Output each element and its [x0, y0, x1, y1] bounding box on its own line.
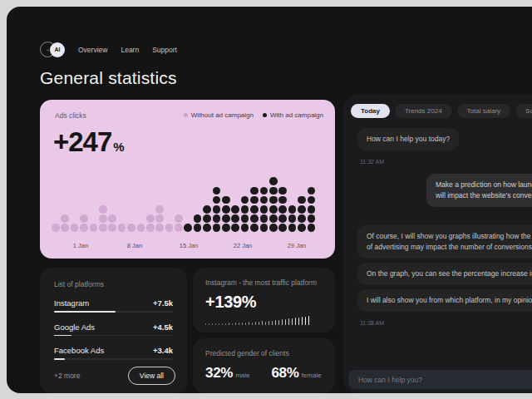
chart-dot: [269, 177, 278, 185]
dot-chart-column: [80, 214, 88, 232]
chart-dot: [155, 214, 164, 223]
gender-card-title: Predicted gender of clients: [205, 349, 323, 357]
chart-dot: [231, 205, 239, 214]
chart-dot: [99, 214, 107, 223]
ai-message-bubble: I will also show you from which platform…: [357, 289, 532, 312]
chart-dot: [137, 224, 145, 232]
gender-label: male: [235, 372, 249, 379]
nav-link-overview[interactable]: Overview: [78, 46, 107, 54]
chat-tab-trends-2024[interactable]: Trends 2024: [395, 104, 452, 118]
chart-dot: [231, 214, 239, 223]
nav-link-support[interactable]: Support: [152, 46, 177, 54]
sparkline-tick: [268, 321, 269, 325]
sparkline-tick: [245, 323, 246, 325]
gender-stat: 32% male: [205, 365, 249, 382]
sparkline-tick: [215, 323, 216, 325]
gender-value: 32%: [205, 365, 233, 382]
chart-dot: [127, 224, 135, 232]
platform-progress-bar: [54, 335, 173, 337]
sparkline-tick: [288, 318, 289, 325]
ads-card-title: Ads clicks: [55, 111, 86, 120]
app-logo[interactable]: - AI: [40, 42, 65, 57]
sparkline-tick: [222, 323, 223, 325]
platform-name: Facebook Ads: [54, 346, 104, 355]
message-line: On the graph, you can see the percentage…: [367, 268, 532, 279]
x-axis-label: 15 Jan: [180, 242, 199, 249]
chart-dot: [288, 205, 297, 214]
chart-dot: [108, 214, 116, 223]
chat-tab-total-salary[interactable]: Total salary: [457, 104, 510, 118]
chart-dot: [80, 214, 88, 223]
sparkline-tick: [212, 323, 213, 325]
sparkline-tick: [249, 322, 249, 325]
chat-tab-social-networks[interactable]: Social networks: [515, 104, 532, 118]
dot-chart-column: [118, 224, 126, 232]
sparkline-tick: [265, 322, 266, 325]
ads-clicks-card: Ads clicks Without ad campaignWith ad ca…: [40, 100, 335, 259]
chart-dot: [222, 196, 230, 204]
dot-chart-column: [213, 187, 221, 232]
dot-chart-column: [308, 187, 316, 232]
sparkline-tick: [262, 321, 263, 325]
chart-dot: [203, 214, 211, 223]
chart-dot: [184, 224, 192, 232]
sparkline-tick: [239, 323, 239, 325]
chart-dot: [241, 205, 249, 214]
app-window: - AI OverviewLearnSupport General statis…: [7, 7, 532, 393]
chart-dot: [298, 224, 306, 232]
chart-dot: [308, 205, 316, 214]
legend-item[interactable]: With ad campaign: [263, 111, 323, 119]
chart-dot: [194, 214, 202, 223]
chat-input-container: [348, 370, 532, 389]
more-platforms-link[interactable]: +2 more: [54, 372, 80, 380]
ai-chat-panel: TodayTrends 2024Total salarySocial netwo…: [343, 95, 532, 393]
legend-dot-icon: [263, 113, 267, 117]
message-line: Of course, I will show you graphs illust…: [367, 231, 532, 242]
chart-dot: [269, 214, 278, 223]
sparkline-tick: [242, 323, 243, 325]
sparkline-tick: [298, 318, 299, 325]
chart-dot: [278, 205, 287, 214]
chart-dot: [278, 214, 287, 223]
platform-row[interactable]: Facebook Ads +3.4k: [54, 346, 173, 360]
chart-dot: [260, 214, 268, 223]
chart-dot: [288, 214, 297, 223]
platform-value: +7.5k: [153, 298, 173, 308]
ai-message-bubble: How can I help you today?: [357, 128, 459, 150]
sparkline-tick: [275, 320, 276, 325]
sparkline-tick: [219, 323, 219, 325]
nav-link-learn[interactable]: Learn: [121, 46, 139, 54]
dot-chart-column: [241, 196, 249, 232]
dot-chart-column: [90, 224, 98, 232]
sparkline-tick: [232, 323, 233, 325]
dot-chart-column: [288, 205, 297, 232]
gender-card: Predicted gender of clients 32% male 68%…: [193, 338, 335, 393]
instagram-card-title: Instagram - the most traffic platform: [205, 278, 323, 287]
view-all-button[interactable]: View all: [128, 367, 175, 385]
message-line: will impact the website's conversion rat…: [436, 190, 532, 201]
dot-chart-column: [127, 224, 135, 232]
chat-input[interactable]: [357, 375, 532, 385]
chart-dot: [213, 214, 221, 223]
dot-chart-column: [222, 196, 230, 232]
platform-row[interactable]: Google Ads +4.5k: [54, 323, 173, 337]
platform-row[interactable]: Instagram +7.5k: [54, 298, 173, 313]
page-title: General statistics: [40, 68, 177, 88]
sparkline-tick: [259, 322, 259, 325]
x-axis-label: 22 Jan: [234, 242, 253, 249]
dot-chart-column: [146, 214, 155, 232]
sparkline-tick: [209, 323, 209, 325]
legend-item[interactable]: Without ad campaign: [184, 111, 254, 119]
platform-value: +4.5k: [153, 323, 173, 332]
chart-dot: [146, 214, 155, 223]
legend-label: Without ad campaign: [191, 111, 254, 119]
traffic-sparkline: [205, 315, 325, 325]
platforms-card: List of platforms Instagram +7.5k Google…: [40, 268, 187, 393]
top-bar: - AI OverviewLearnSupport: [40, 42, 177, 57]
message-timestamp: 11:32 AM: [360, 159, 384, 165]
chat-tab-today[interactable]: Today: [351, 104, 390, 118]
platform-progress-bar: [54, 311, 173, 313]
chart-dot: [175, 214, 183, 223]
ai-message-bubble: On the graph, you can see the percentage…: [357, 263, 532, 285]
chat-tabs: TodayTrends 2024Total salarySocial netwo…: [351, 104, 532, 118]
